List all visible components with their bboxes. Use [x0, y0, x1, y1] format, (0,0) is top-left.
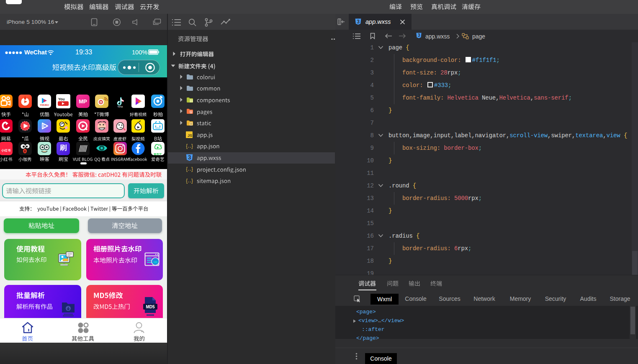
svg-text:TikTok: TikTok [118, 106, 123, 108]
svg-text:{..}: {..} [186, 143, 193, 149]
svg-text:{..}: {..} [186, 166, 193, 172]
svg-text:1B: 1B [153, 260, 157, 264]
svg-text:3: 3 [188, 154, 191, 161]
svg-text:bilibili: bilibili [155, 127, 160, 129]
svg-text:{..}: {..} [186, 178, 193, 184]
svg-text:MP: MP [79, 98, 87, 105]
svg-text:You: You [58, 97, 64, 101]
svg-text:3: 3 [357, 19, 360, 25]
svg-text:YOUKU: YOUKU [40, 104, 49, 106]
svg-text:MD5: MD5 [146, 305, 155, 309]
svg-text:3: 3 [418, 33, 420, 38]
